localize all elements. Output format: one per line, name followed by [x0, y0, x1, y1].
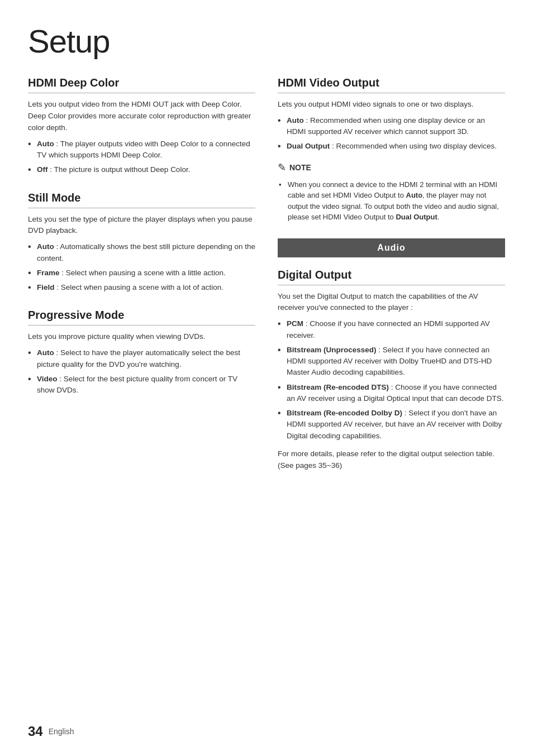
page-title: Setup: [28, 22, 505, 60]
list-item: Auto : Select to have the player automat…: [28, 347, 255, 370]
term: Auto: [37, 348, 54, 357]
list-item: Auto : Automatically shows the best stil…: [28, 241, 255, 264]
list-item: Dual Output : Recommended when using two…: [278, 141, 505, 152]
term: Auto: [37, 140, 54, 148]
term: Bitstream (Re-encoded Dolby D): [287, 409, 402, 417]
list-item: Off : The picture is output without Deep…: [28, 164, 255, 175]
digital-output-footer: For more details, please refer to the di…: [278, 448, 505, 472]
progressive-mode-list: Auto : Select to have the player automat…: [28, 347, 255, 396]
note-box: ✎ NOTE When you connect a device to the …: [278, 160, 505, 223]
section-hdmi-video-output: HDMI Video Output Lets you output HDMI v…: [278, 76, 505, 223]
item-text: : Select for the best picture quality fr…: [37, 375, 237, 394]
section-hdmi-deep-color: HDMI Deep Color Lets you output video fr…: [28, 76, 255, 176]
term: Dual Output: [287, 142, 330, 150]
note-header: ✎ NOTE: [278, 160, 505, 176]
term: PCM: [287, 319, 303, 328]
section-digital-output: Digital Output You set the Digital Outpu…: [278, 269, 505, 472]
note-item: When you connect a device to the HDMI 2 …: [278, 179, 505, 223]
list-item: Bitstream (Re-encoded Dolby D) : Select …: [278, 408, 505, 442]
list-item: Bitstream (Re-encoded DTS) : Choose if y…: [278, 382, 505, 405]
hdmi-deep-color-body: Lets you output video from the HDMI OUT …: [28, 99, 255, 176]
item-text: : Choose if you have connected an HDMI s…: [287, 319, 490, 339]
term: Off: [37, 165, 48, 174]
item-text: : Select when pausing a scene with a lot…: [55, 283, 223, 291]
note-icon: ✎: [278, 160, 286, 176]
list-item: Field : Select when pausing a scene with…: [28, 282, 255, 293]
progressive-mode-title: Progressive Mode: [28, 309, 255, 326]
term: Auto: [37, 242, 54, 251]
two-column-layout: HDMI Deep Color Lets you output video fr…: [28, 76, 505, 487]
term: Auto: [287, 116, 304, 125]
still-mode-list: Auto : Automatically shows the best stil…: [28, 241, 255, 293]
digital-output-list: PCM : Choose if you have connected an HD…: [278, 318, 505, 442]
term: Field: [37, 283, 55, 291]
section-still-mode: Still Mode Lets you set the type of pict…: [28, 192, 255, 294]
list-item: Bitstream (Unprocessed) : Select if you …: [278, 344, 505, 379]
progressive-mode-body: Lets you improve picture quality when vi…: [28, 331, 255, 396]
item-text: : Automatically shows the best still pic…: [37, 242, 255, 262]
page: Setup HDMI Deep Color Lets you output vi…: [0, 0, 533, 756]
hdmi-deep-color-intro: Lets you output video from the HDMI OUT …: [28, 99, 255, 134]
still-mode-intro: Lets you set the type of picture the pla…: [28, 214, 255, 237]
progressive-mode-intro: Lets you improve picture quality when vi…: [28, 331, 255, 343]
hdmi-deep-color-title: HDMI Deep Color: [28, 76, 255, 93]
term: Bitstream (Re-encoded DTS): [287, 383, 389, 391]
hdmi-video-output-list: Auto : Recommended when using one displa…: [278, 115, 505, 152]
right-column: HDMI Video Output Lets you output HDMI v…: [278, 76, 505, 487]
digital-output-intro: You set the Digital Output to match the …: [278, 291, 505, 314]
note-label: NOTE: [289, 162, 311, 174]
item-text: : Recommended when using one display dev…: [287, 116, 485, 136]
hdmi-deep-color-list: Auto : The player outputs video with Dee…: [28, 138, 255, 176]
list-item: Frame : Select when pausing a scene with…: [28, 267, 255, 279]
term: Bitstream (Unprocessed): [287, 346, 377, 354]
item-text: : Select when pausing a scene with a lit…: [60, 269, 226, 277]
note-list: When you connect a device to the HDMI 2 …: [278, 179, 505, 223]
digital-output-title: Digital Output: [278, 269, 505, 285]
list-item: PCM : Choose if you have connected an HD…: [278, 318, 505, 341]
list-item: Video : Select for the best picture qual…: [28, 374, 255, 396]
footer: 34 English: [28, 724, 505, 739]
hdmi-video-output-intro: Lets you output HDMI video signals to on…: [278, 99, 505, 111]
digital-output-body: You set the Digital Output to match the …: [278, 291, 505, 472]
list-item: Auto : Recommended when using one displa…: [278, 115, 505, 138]
list-item: Auto : The player outputs video with Dee…: [28, 138, 255, 161]
section-progressive-mode: Progressive Mode Lets you improve pictur…: [28, 309, 255, 396]
still-mode-title: Still Mode: [28, 192, 255, 208]
term: Frame: [37, 269, 60, 277]
still-mode-body: Lets you set the type of picture the pla…: [28, 214, 255, 294]
left-column: HDMI Deep Color Lets you output video fr…: [28, 76, 255, 487]
item-text: : The picture is output without Deep Col…: [48, 165, 191, 174]
page-language: English: [49, 727, 74, 736]
hdmi-video-output-body: Lets you output HDMI video signals to on…: [278, 99, 505, 223]
page-number: 34: [28, 724, 43, 739]
item-text: : Select to have the player automaticall…: [37, 348, 240, 368]
term: Video: [37, 375, 58, 383]
item-text: : Recommended when using two display dev…: [330, 142, 497, 150]
item-text: : The player outputs video with Deep Col…: [37, 140, 250, 159]
hdmi-video-output-title: HDMI Video Output: [278, 76, 505, 93]
audio-banner: Audio: [278, 238, 505, 257]
